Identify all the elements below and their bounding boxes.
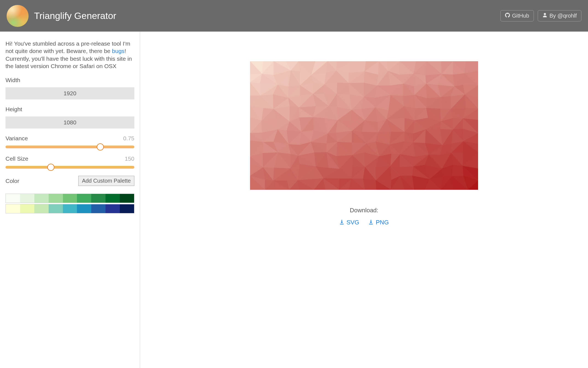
height-input[interactable]: [5, 116, 134, 129]
palette-swatch: [120, 194, 134, 203]
cellsize-label: Cell Size: [5, 155, 28, 162]
palette-swatch: [106, 204, 120, 213]
download-links: SVG PNG: [339, 219, 389, 226]
preview-area: Download: SVG PNG: [140, 32, 588, 368]
palette-option[interactable]: [5, 204, 134, 213]
palette-swatch: [34, 204, 49, 213]
header-left: Trianglify Generator: [7, 5, 116, 27]
header-right: GitHub By @qrohlf: [500, 10, 581, 21]
download-icon: [339, 219, 344, 226]
github-button-label: GitHub: [512, 13, 529, 19]
intro-part1: Hi! You've stumbled across a pre-release…: [5, 40, 130, 54]
app-title: Trianglify Generator: [34, 10, 116, 21]
palette-swatch: [63, 204, 77, 213]
author-button-label: By @qrohlf: [550, 13, 577, 19]
github-button[interactable]: GitHub: [500, 10, 534, 21]
download-icon: [368, 219, 373, 226]
add-palette-button[interactable]: Add Custom Palette: [78, 176, 134, 186]
palette-swatch: [77, 194, 91, 203]
palette-swatch: [20, 194, 34, 203]
palette-swatch: [106, 194, 120, 203]
app-header: Trianglify Generator GitHub By @qrohlf: [0, 0, 588, 32]
palette-option[interactable]: [5, 194, 134, 203]
palette-swatch: [49, 194, 63, 203]
github-icon: [505, 13, 510, 19]
download-block: Download: SVG PNG: [339, 207, 389, 226]
intro-text: Hi! You've stumbled across a pre-release…: [5, 40, 134, 70]
height-label: Height: [5, 106, 134, 113]
width-label: Width: [5, 77, 134, 83]
variance-label: Variance: [5, 135, 28, 142]
download-png-label: PNG: [376, 219, 389, 226]
palette-list: [5, 194, 134, 213]
palette-swatch: [34, 194, 49, 203]
palette-swatch: [6, 194, 20, 203]
palette-swatch: [49, 204, 63, 213]
download-svg-link[interactable]: SVG: [339, 219, 359, 226]
download-png-link[interactable]: PNG: [368, 219, 389, 226]
palette-swatch: [77, 204, 91, 213]
cellsize-slider[interactable]: [5, 166, 134, 169]
bugs-link[interactable]: bugs: [112, 48, 125, 54]
width-input[interactable]: [5, 87, 134, 99]
palette-swatch: [120, 204, 134, 213]
color-label: Color: [5, 178, 19, 184]
main-layout: Hi! You've stumbled across a pre-release…: [0, 32, 588, 368]
variance-value: 0.75: [123, 135, 134, 142]
download-label: Download:: [339, 207, 389, 214]
preview-canvas: [250, 61, 478, 190]
download-svg-label: SVG: [346, 219, 359, 226]
cellsize-value: 150: [125, 155, 134, 162]
variance-slider[interactable]: [5, 146, 134, 148]
palette-swatch: [20, 204, 34, 213]
variance-row: Variance 0.75: [5, 135, 134, 142]
user-icon: [542, 13, 547, 19]
author-button[interactable]: By @qrohlf: [538, 10, 581, 21]
app-logo: [7, 5, 29, 27]
palette-swatch: [91, 194, 106, 203]
palette-swatch: [6, 204, 20, 213]
palette-swatch: [91, 204, 106, 213]
color-header-row: Color Add Custom Palette: [5, 176, 134, 186]
cellsize-row: Cell Size 150: [5, 155, 134, 162]
controls-sidebar: Hi! You've stumbled across a pre-release…: [0, 32, 140, 368]
palette-swatch: [63, 194, 77, 203]
